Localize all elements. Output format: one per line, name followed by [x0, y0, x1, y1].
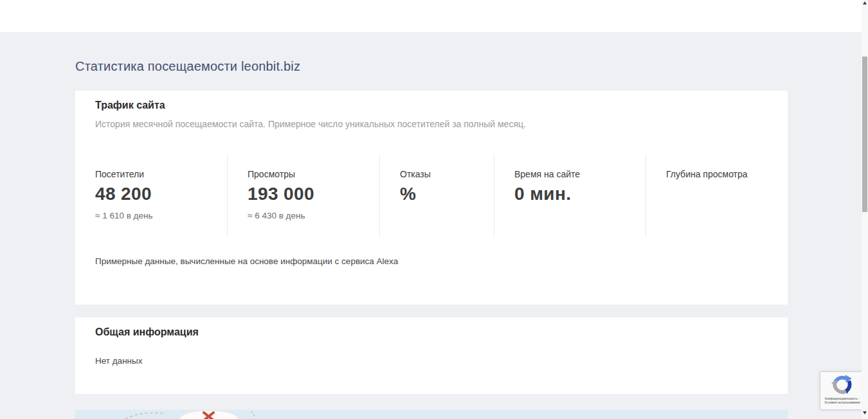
stat-label: Посетители [95, 169, 221, 179]
stat-sub-value: ≈ 6 430 в день [248, 211, 373, 220]
stat-label: Глубина просмотра [666, 169, 781, 179]
stat-value: 48 200 [95, 184, 221, 204]
page-title: Статистика посещаемости leonbit.biz [75, 59, 300, 74]
scrollbar-thumb[interactable] [862, 57, 867, 212]
traffic-card-heading: Трафик сайта [95, 100, 165, 111]
general-info-heading: Общая информация [95, 326, 199, 338]
scroll-down-arrow-icon[interactable] [863, 411, 867, 415]
stat-label: Отказы [400, 169, 487, 179]
map-graphics [75, 410, 788, 419]
recaptcha-logo-icon [831, 374, 853, 396]
stat-value: % [400, 184, 487, 204]
general-info-card: Общая информация Нет данных [75, 317, 788, 394]
top-bar [0, 0, 862, 32]
stat-bounce-rate: Отказы % [379, 154, 494, 236]
scroll-up-arrow-icon[interactable] [863, 1, 867, 4]
stat-value: 193 000 [248, 184, 373, 204]
traffic-stats-row: Посетители 48 200 ≈ 1 610 в день Просмот… [75, 154, 788, 236]
vertical-scrollbar[interactable] [862, 0, 868, 419]
stat-visitors: Посетители 48 200 ≈ 1 610 в день [75, 154, 227, 236]
traffic-card: Трафик сайта История месячной посещаемос… [75, 91, 788, 305]
map-border-line [125, 413, 164, 419]
map-border-line [251, 411, 255, 416]
data-source-note: Примерные данные, вычисленные на основе … [95, 256, 398, 266]
stat-label: Просмотры [248, 169, 373, 179]
stat-time-on-site: Время на сайте 0 мин. [494, 154, 646, 236]
stat-pageviews: Просмотры 193 000 ≈ 6 430 в день [227, 154, 379, 236]
stat-value: 0 мин. [514, 184, 639, 204]
traffic-card-description: История месячной посещаемости сайта. При… [95, 119, 526, 129]
stat-pages-per-visit: Глубина просмотра [646, 154, 788, 236]
map-preview[interactable] [75, 410, 788, 419]
stat-sub-value: ≈ 1 610 в день [95, 211, 221, 220]
stat-label: Время на сайте [514, 169, 639, 179]
no-data-text: Нет данных [95, 356, 143, 366]
recaptcha-badge[interactable]: Конфиденциальность - Условия использован… [820, 371, 865, 410]
recaptcha-terms-link[interactable]: Условия использования [820, 400, 864, 404]
